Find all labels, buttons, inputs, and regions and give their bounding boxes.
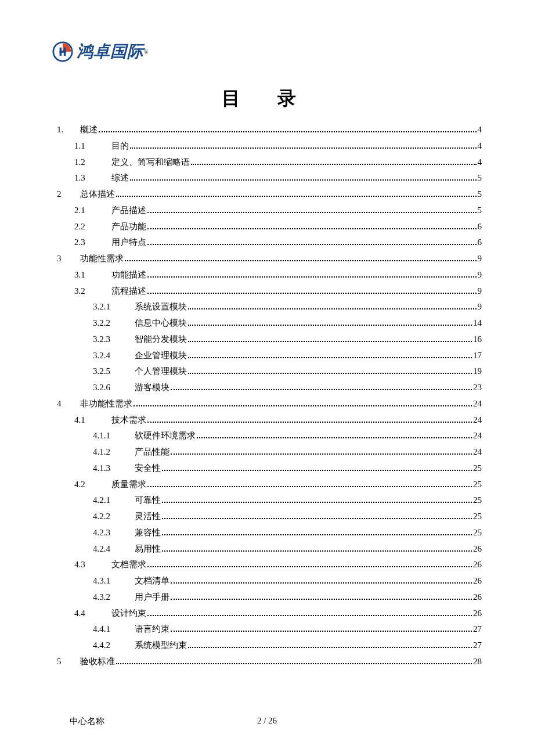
toc-entry-label: 灵活性 — [135, 509, 161, 525]
toc-entry-page: 14 — [473, 315, 482, 332]
document-page: 鸿卓国际 ® 目 录 1.概述41.1目的41.2定义、简写和缩略语41.3综述… — [0, 0, 534, 670]
toc-leader-dots — [147, 276, 477, 278]
toc-leader-dots — [188, 373, 472, 374]
toc-leader-dots — [99, 131, 477, 132]
toc-entry: 4.3.2用户手册26 — [52, 589, 482, 606]
toc-entry-page: 26 — [473, 557, 482, 573]
toc-entry-page: 5 — [478, 170, 482, 186]
toc-entry-page: 6 — [478, 235, 482, 251]
toc-leader-dots — [171, 582, 472, 584]
toc-entry-label: 产品性能 — [135, 444, 169, 460]
toc-entry: 3.2.5个人管理模块19 — [52, 363, 482, 380]
toc-entry-number: 4.1 — [52, 412, 104, 429]
toc-entry-label: 定义、简写和缩略语 — [111, 154, 190, 171]
toc-entry-number: 3.2.5 — [52, 363, 128, 380]
toc-entry-page: 28 — [473, 654, 482, 670]
toc-leader-dots — [147, 228, 477, 229]
toc-entry: 3.2.6游客模块23 — [52, 380, 482, 396]
toc-entry-page: 4 — [478, 122, 482, 138]
toc-entry: 4.2质量需求25 — [52, 477, 482, 493]
toc-entry-label: 功能描述 — [111, 267, 146, 283]
toc-leader-dots — [188, 325, 472, 326]
toc-entry-page: 25 — [473, 509, 482, 525]
toc-entry-number: 2.1 — [52, 203, 104, 219]
toc-leader-dots — [162, 470, 472, 471]
toc-leader-dots — [171, 389, 472, 390]
toc-entry: 3.2.4企业管理模块17 — [52, 348, 482, 364]
svg-rect-3 — [60, 51, 66, 53]
toc-entry-label: 可靠性 — [135, 492, 161, 509]
toc-entry-label: 产品描述 — [111, 203, 146, 219]
toc-entry: 3.2.3智能分发模块16 — [52, 332, 482, 348]
toc-entry: 1.3综述5 — [52, 170, 482, 186]
toc-entry-label: 文档清单 — [135, 573, 169, 589]
toc-entry-number: 4.2.2 — [52, 509, 128, 525]
toc-entry-page: 9 — [478, 251, 482, 267]
toc-entry-label: 概述 — [80, 122, 98, 138]
toc-entry-page: 27 — [473, 621, 482, 638]
toc-entry-page: 9 — [478, 267, 482, 283]
toc-entry: 5验收标准28 — [52, 654, 482, 670]
toc-entry-page: 24 — [473, 412, 482, 429]
toc-leader-dots — [130, 147, 477, 149]
table-of-contents: 1.概述41.1目的41.2定义、简写和缩略语41.3综述52总体描述52.1产… — [52, 122, 482, 670]
toc-entry-page: 5 — [478, 203, 482, 219]
toc-entry-label: 非功能性需求 — [80, 396, 132, 412]
toc-entry-number: 4.3.1 — [52, 573, 128, 589]
company-logo-icon — [52, 41, 73, 62]
toc-entry-page: 26 — [473, 606, 482, 622]
toc-entry-number: 4.3 — [52, 557, 104, 573]
toc-entry-label: 易用性 — [135, 541, 161, 557]
toc-leader-dots — [171, 599, 472, 600]
toc-entry-number: 4.2 — [52, 477, 104, 493]
toc-entry: 3.2.1系统设置模块9 — [52, 299, 482, 315]
toc-entry-page: 26 — [473, 541, 482, 557]
toc-entry: 4.2.1可靠性25 — [52, 492, 482, 509]
toc-entry: 4.1.2产品性能24 — [52, 444, 482, 460]
company-logo-text: 鸿卓国际 — [77, 41, 144, 63]
toc-leader-dots — [162, 550, 472, 552]
toc-entry: 4.2.4易用性26 — [52, 541, 482, 557]
toc-entry-page: 19 — [473, 363, 482, 380]
toc-entry-label: 系统设置模块 — [135, 299, 187, 315]
toc-entry-number: 4.1.3 — [52, 460, 128, 477]
toc-entry-page: 25 — [473, 525, 482, 541]
toc-entry-number: 1.3 — [52, 170, 104, 186]
toc-entry: 4.2.3兼容性25 — [52, 525, 482, 541]
toc-entry: 2.1产品描述5 — [52, 203, 482, 219]
toc-title: 目 录 — [52, 86, 482, 111]
toc-entry: 3功能性需求9 — [52, 251, 482, 267]
toc-entry-page: 26 — [473, 589, 482, 606]
toc-entry: 1.概述4 — [52, 122, 482, 138]
toc-entry: 1.1目的4 — [52, 138, 482, 154]
toc-entry-page: 25 — [473, 492, 482, 509]
toc-entry-page: 24 — [473, 428, 482, 444]
toc-entry-label: 功能性需求 — [80, 251, 124, 267]
toc-entry: 4.1.1软硬件环境需求24 — [52, 428, 482, 444]
toc-entry-page: 25 — [473, 460, 482, 477]
toc-entry: 2.2产品功能6 — [52, 219, 482, 235]
toc-entry-page: 6 — [478, 219, 482, 235]
toc-entry-label: 文档需求 — [111, 557, 146, 573]
page-footer: 中心名称 2 / 26 — [0, 716, 534, 727]
toc-entry-page: 26 — [473, 573, 482, 589]
toc-entry-page: 9 — [478, 283, 482, 300]
toc-leader-dots — [147, 566, 472, 567]
toc-entry-label: 技术需求 — [111, 412, 146, 429]
toc-leader-dots — [171, 631, 472, 632]
toc-entry-number: 4.2.4 — [52, 541, 128, 557]
toc-entry-number: 3.2.2 — [52, 315, 128, 332]
toc-entry-number: 4.4.1 — [52, 621, 128, 638]
toc-entry-page: 17 — [473, 348, 482, 364]
toc-entry: 4非功能性需求24 — [52, 396, 482, 412]
toc-leader-dots — [188, 647, 472, 648]
toc-entry-number: 1. — [52, 122, 80, 138]
toc-leader-dots — [147, 244, 477, 245]
toc-entry-page: 23 — [473, 380, 482, 396]
toc-entry-label: 智能分发模块 — [135, 332, 187, 348]
toc-leader-dots — [188, 357, 472, 358]
toc-entry: 4.4.1语言约束27 — [52, 621, 482, 638]
toc-entry-number: 2.2 — [52, 219, 104, 235]
toc-entry-label: 流程描述 — [111, 283, 146, 300]
toc-leader-dots — [147, 615, 472, 616]
